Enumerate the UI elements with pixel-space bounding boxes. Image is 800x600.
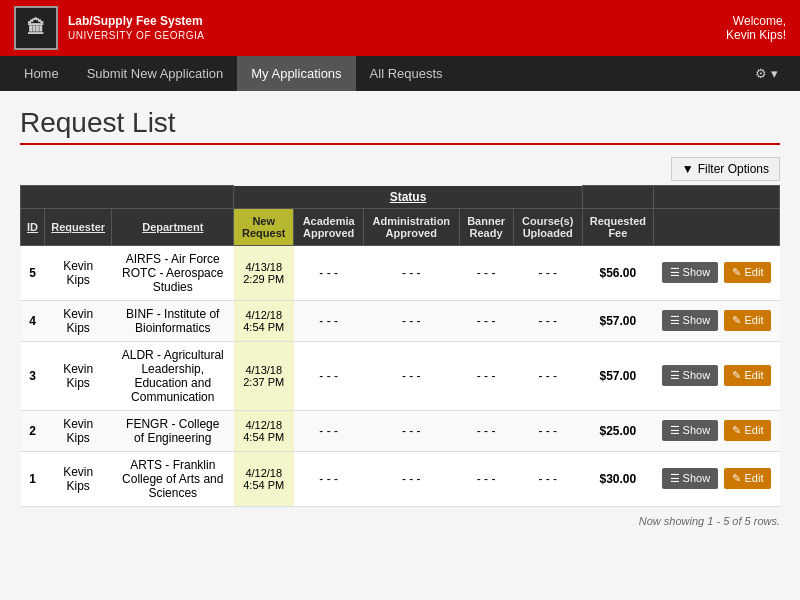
row-count: Now showing 1 - 5 of 5 rows. [639, 515, 780, 527]
cell-academia: - - - [294, 451, 364, 506]
cell-id: 5 [21, 245, 45, 300]
nav-all-requests[interactable]: All Requests [356, 56, 457, 91]
col-requested-fee: Requested Fee [582, 208, 653, 245]
cell-requester: Kevin Kips [45, 410, 112, 451]
table-row: 4 Kevin Kips BINF - Institute of Bioinfo… [21, 300, 780, 341]
cell-department: AIRFS - Air Force ROTC - Aerospace Studi… [112, 245, 234, 300]
cell-banner: - - - [459, 451, 513, 506]
app-header: 🏛 Lab/Supply Fee System UNIVERSITY OF GE… [0, 0, 800, 56]
cell-banner: - - - [459, 410, 513, 451]
header-branding: Lab/Supply Fee System UNIVERSITY OF GEOR… [68, 13, 204, 44]
show-button[interactable]: ☰ Show [662, 310, 719, 331]
filter-icon: ▼ [682, 162, 694, 176]
edit-button[interactable]: ✎ Edit [724, 468, 771, 489]
cell-courses: - - - [513, 300, 582, 341]
cell-date: 4/13/18 2:29 PM [234, 245, 294, 300]
edit-button[interactable]: ✎ Edit [724, 262, 771, 283]
cell-academia: - - - [294, 245, 364, 300]
system-title: Lab/Supply Fee System [68, 13, 204, 30]
nav-my-applications[interactable]: My Applications [237, 56, 355, 91]
main-content: Request List ▼ Filter Options Status ID … [0, 91, 800, 543]
cell-fee: $30.00 [582, 451, 653, 506]
cell-department: FENGR - College of Engineering [112, 410, 234, 451]
show-button[interactable]: ☰ Show [662, 468, 719, 489]
col-actions [653, 208, 779, 245]
col-administration-approved: Administration Approved [364, 208, 459, 245]
cell-administration: - - - [364, 341, 459, 410]
cell-id: 2 [21, 410, 45, 451]
cell-fee: $57.00 [582, 300, 653, 341]
user-name: Kevin Kips! [726, 28, 786, 42]
cell-academia: - - - [294, 341, 364, 410]
cell-department: ARTS - Franklin College of Arts and Scie… [112, 451, 234, 506]
cell-actions: ☰ Show ✎ Edit [653, 300, 779, 341]
cell-courses: - - - [513, 245, 582, 300]
cell-id: 3 [21, 341, 45, 410]
university-name: UNIVERSITY OF GEORGIA [68, 29, 204, 43]
header-welcome: Welcome, Kevin Kips! [726, 14, 786, 42]
cell-fee: $57.00 [582, 341, 653, 410]
cell-actions: ☰ Show ✎ Edit [653, 245, 779, 300]
table-footer: Now showing 1 - 5 of 5 rows. [20, 515, 780, 527]
cell-administration: - - - [364, 245, 459, 300]
table-row: 5 Kevin Kips AIRFS - Air Force ROTC - Ae… [21, 245, 780, 300]
request-table: Status ID Requester Department New Reque… [20, 185, 780, 507]
cell-administration: - - - [364, 300, 459, 341]
col-id[interactable]: ID [21, 208, 45, 245]
cell-actions: ☰ Show ✎ Edit [653, 341, 779, 410]
cell-department: ALDR - Agricultural Leadership, Educatio… [112, 341, 234, 410]
university-logo: 🏛 [14, 6, 58, 50]
settings-menu[interactable]: ⚙ ▾ [743, 56, 790, 91]
cell-banner: - - - [459, 341, 513, 410]
nav-submit-new-application[interactable]: Submit New Application [73, 56, 238, 91]
cell-id: 1 [21, 451, 45, 506]
col-courses-uploaded: Course(s) Uploaded [513, 208, 582, 245]
cell-academia: - - - [294, 410, 364, 451]
cell-department: BINF - Institute of Bioinformatics [112, 300, 234, 341]
cell-requester: Kevin Kips [45, 451, 112, 506]
cell-banner: - - - [459, 245, 513, 300]
cell-requester: Kevin Kips [45, 341, 112, 410]
edit-button[interactable]: ✎ Edit [724, 420, 771, 441]
cell-academia: - - - [294, 300, 364, 341]
col-department[interactable]: Department [112, 208, 234, 245]
filter-options-button[interactable]: ▼ Filter Options [671, 157, 780, 181]
cell-fee: $56.00 [582, 245, 653, 300]
cell-date: 4/13/18 2:37 PM [234, 341, 294, 410]
col-new-request: New Request [234, 208, 294, 245]
cell-courses: - - - [513, 410, 582, 451]
navbar: Home Submit New Application My Applicati… [0, 56, 800, 91]
request-table-wrapper: Status ID Requester Department New Reque… [20, 185, 780, 507]
page-title: Request List [20, 107, 780, 139]
welcome-text: Welcome, [733, 14, 786, 28]
table-row: 3 Kevin Kips ALDR - Agricultural Leaders… [21, 341, 780, 410]
cell-courses: - - - [513, 451, 582, 506]
col-requester[interactable]: Requester [45, 208, 112, 245]
cell-date: 4/12/18 4:54 PM [234, 410, 294, 451]
cell-date: 4/12/18 4:54 PM [234, 451, 294, 506]
edit-button[interactable]: ✎ Edit [724, 310, 771, 331]
cell-id: 4 [21, 300, 45, 341]
cell-actions: ☰ Show ✎ Edit [653, 410, 779, 451]
col-banner-ready: Banner Ready [459, 208, 513, 245]
show-button[interactable]: ☰ Show [662, 262, 719, 283]
status-header: Status [234, 186, 583, 209]
title-divider [20, 143, 780, 145]
cell-banner: - - - [459, 300, 513, 341]
filter-row: ▼ Filter Options [20, 157, 780, 181]
cell-fee: $25.00 [582, 410, 653, 451]
cell-administration: - - - [364, 410, 459, 451]
cell-administration: - - - [364, 451, 459, 506]
show-button[interactable]: ☰ Show [662, 365, 719, 386]
cell-requester: Kevin Kips [45, 300, 112, 341]
nav-items: Home Submit New Application My Applicati… [10, 56, 457, 91]
cell-date: 4/12/18 4:54 PM [234, 300, 294, 341]
header-left: 🏛 Lab/Supply Fee System UNIVERSITY OF GE… [14, 6, 204, 50]
nav-home[interactable]: Home [10, 56, 73, 91]
show-button[interactable]: ☰ Show [662, 420, 719, 441]
table-row: 2 Kevin Kips FENGR - College of Engineer… [21, 410, 780, 451]
edit-button[interactable]: ✎ Edit [724, 365, 771, 386]
col-academia-approved: Academia Approved [294, 208, 364, 245]
cell-courses: - - - [513, 341, 582, 410]
table-row: 1 Kevin Kips ARTS - Franklin College of … [21, 451, 780, 506]
